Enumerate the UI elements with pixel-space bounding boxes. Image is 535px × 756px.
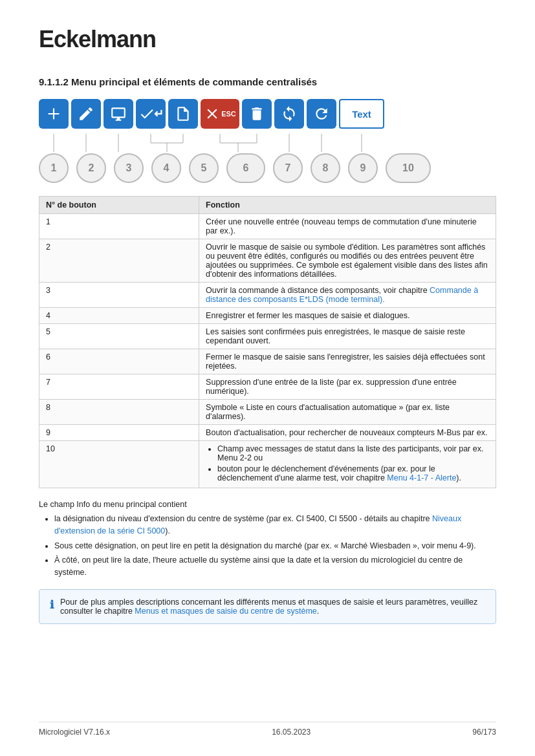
table-row: 9 Bouton d'actualisation, pour recherche… (39, 425, 496, 441)
toolbar-btn-7[interactable] (242, 99, 272, 129)
num-4: 4 (151, 153, 181, 183)
toolbar-btn-10[interactable]: Text (339, 99, 384, 129)
num-8: 8 (311, 153, 340, 183)
toolbar-btn-2[interactable] (71, 99, 101, 129)
row-func: Ouvrir le masque de saisie ou symbole d'… (199, 239, 496, 283)
table-row: 7 Suppression d'une entrée de la liste (… (39, 374, 496, 400)
info-section: Le champ Info du menu principal contient… (39, 500, 496, 579)
row-func: Symbole « Liste en cours d'actualisation… (199, 400, 496, 425)
toolbar-btn-4[interactable]: ↵ (136, 99, 166, 129)
num-5: 5 (189, 153, 219, 183)
list-item: bouton pour le déclenchement d'événement… (217, 464, 489, 482)
list-item: Champ avec messages de statut dans la li… (217, 444, 489, 462)
num-2: 2 (76, 153, 106, 183)
num-6: 6 (226, 153, 265, 183)
row-func: Enregistrer et fermer les masques de sai… (199, 308, 496, 324)
num-7: 7 (273, 153, 303, 183)
row-num: 2 (39, 239, 199, 283)
row-num: 9 (39, 425, 199, 441)
toolbar-btn-3[interactable] (104, 99, 133, 129)
number-row-wrapper: 1 2 3 4 5 6 7 8 9 10 (39, 134, 496, 183)
table-row: 3 Ouvrir la commande à distance des comp… (39, 283, 496, 308)
row-num: 7 (39, 374, 199, 400)
table-row: 5 Les saisies sont confirmées puis enreg… (39, 324, 496, 349)
row-num: 10 (39, 441, 199, 488)
table-row: 8 Symbole « Liste en cours d'actualisati… (39, 400, 496, 425)
num-9: 9 (348, 153, 378, 183)
toolbar-btn-5[interactable] (168, 99, 198, 129)
num-3: 3 (114, 153, 144, 183)
num-10: 10 (386, 153, 431, 183)
row-num: 8 (39, 400, 199, 425)
info-intro: Le champ Info du menu principal contient (39, 500, 496, 509)
text-btn-label: Text (352, 109, 371, 120)
table-row: 1 Créer une nouvelle entrée (nouveau tem… (39, 214, 496, 239)
row-func: Fermer le masque de saisie sans l'enregi… (199, 349, 496, 374)
row-num: 3 (39, 283, 199, 308)
row-func: Bouton d'actualisation, pour rechercher … (199, 425, 496, 441)
row-func: Les saisies sont confirmées puis enregis… (199, 324, 496, 349)
footer-right: 96/173 (472, 728, 496, 737)
list-item: Sous cette désignation, on peut lire en … (54, 540, 496, 552)
section-title: 9.1.1.2 Menu principal et éléments de co… (39, 76, 496, 87)
footer-left: Micrologiciel V7.16.x (39, 728, 110, 737)
footer: Micrologiciel V7.16.x 16.05.2023 96/173 (39, 722, 496, 737)
col-header-function: Fonction (199, 197, 496, 214)
table-row: 10 Champ avec messages de statut dans la… (39, 441, 496, 488)
list-item: la désignation du niveau d'extension du … (54, 513, 496, 537)
table-row: 4 Enregistrer et fermer les masques de s… (39, 308, 496, 324)
link-menus[interactable]: Menus et masques de saisie du centre de … (135, 607, 316, 616)
num-1: 1 (39, 153, 69, 183)
toolbar-row: ↵ ESC Text (39, 99, 496, 129)
row-func: Ouvrir la commande à distance des compos… (199, 283, 496, 308)
row-func: Créer une nouvelle entrée (nouveau temps… (199, 214, 496, 239)
list-item: À côté, on peut lire la date, l'heure ac… (54, 554, 496, 579)
toolbar-btn-8[interactable] (274, 99, 304, 129)
row-num: 1 (39, 214, 199, 239)
toolbar-btn-6[interactable]: ESC (201, 99, 239, 129)
row-func: Suppression d'une entrée de la liste (pa… (199, 374, 496, 400)
row-num: 6 (39, 349, 199, 374)
row-func-10: Champ avec messages de statut dans la li… (199, 441, 496, 488)
link-alerte[interactable]: Menu 4-1-7 - Alerte (387, 473, 456, 482)
row-num: 4 (39, 308, 199, 324)
info-icon: ℹ (50, 598, 54, 612)
function-table: N° de bouton Fonction 1 Créer une nouvel… (39, 196, 496, 488)
toolbar-btn-9[interactable] (307, 99, 336, 129)
col-header-button: N° de bouton (39, 197, 199, 214)
number-row: 1 2 3 4 5 6 7 8 9 10 (39, 153, 496, 183)
info-box: ℹ Pour de plus amples descriptions conce… (39, 589, 496, 624)
toolbar-btn-1[interactable] (39, 99, 69, 129)
brackets-svg (39, 134, 496, 152)
footer-center: 16.05.2023 (272, 728, 311, 737)
link-commande[interactable]: Commande à distance des composants E*LDS… (206, 286, 478, 304)
info-box-text: Pour de plus amples descriptions concern… (60, 598, 485, 616)
table-row: 6 Fermer le masque de saisie sans l'enre… (39, 349, 496, 374)
row-num: 5 (39, 324, 199, 349)
table-row: 2 Ouvrir le masque de saisie ou symbole … (39, 239, 496, 283)
link-niveaux[interactable]: Niveaux d'extension de la série CI 5000 (54, 514, 461, 535)
logo: Eckelmann (39, 26, 496, 53)
